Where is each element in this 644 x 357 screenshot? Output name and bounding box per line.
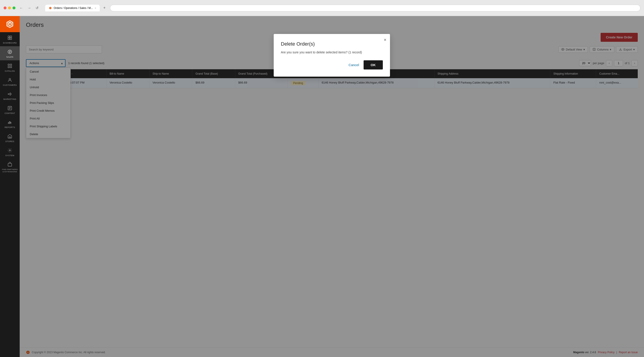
sidebar-item-find-partners[interactable]: FIND PARTNERS & EXTENSIONS (0, 159, 20, 175)
svg-rect-8 (10, 66, 12, 68)
svg-rect-1 (10, 36, 12, 37)
sidebar-logo (0, 16, 20, 32)
sidebar-item-system[interactable]: SYSTEM (0, 145, 20, 159)
customers-icon (8, 77, 12, 83)
svg-point-12 (9, 150, 10, 151)
svg-rect-3 (10, 38, 12, 39)
reports-icon (8, 120, 12, 125)
svg-rect-2 (8, 38, 10, 39)
sidebar-item-label-system: SYSTEM (5, 154, 14, 157)
modal-cancel-button[interactable]: Cancel (348, 63, 359, 67)
marketing-icon (8, 92, 12, 97)
minimize-traffic-light[interactable] (8, 6, 11, 9)
sidebar-item-content[interactable]: CONTENT (0, 102, 20, 117)
sidebar-item-stores[interactable]: STORES (0, 131, 20, 145)
find-partners-icon (8, 162, 12, 168)
modal-overlay: × Delete Order(s) Are you sure you want … (20, 16, 644, 357)
sidebar-item-label-marketing: MARKETING (3, 98, 16, 100)
nav-back-button[interactable]: ← (18, 5, 24, 11)
modal-title: Delete Order(s) (281, 41, 383, 47)
sidebar: DASHBOARD SALES CATALOG (0, 16, 20, 357)
dashboard-icon (8, 35, 12, 41)
svg-point-9 (9, 78, 10, 80)
svg-rect-7 (8, 66, 10, 68)
sidebar-item-label-stores: STORES (5, 140, 14, 143)
sidebar-item-marketing[interactable]: MARKETING (0, 88, 20, 102)
modal-message: Are you sure you want to delete selected… (281, 50, 383, 54)
sidebar-item-catalog[interactable]: CATALOG (0, 60, 20, 74)
close-traffic-light[interactable] (4, 6, 6, 9)
sidebar-item-label-content: CONTENT (5, 112, 15, 114)
traffic-lights (4, 6, 16, 9)
delete-order-modal: × Delete Order(s) Are you sure you want … (274, 34, 390, 77)
svg-rect-11 (9, 137, 10, 138)
tab-close-button[interactable]: × (94, 7, 96, 9)
stores-icon (8, 134, 12, 139)
address-bar[interactable] (110, 5, 640, 11)
modal-ok-button[interactable]: OK (364, 60, 383, 69)
modal-close-button[interactable]: × (384, 37, 386, 42)
magento-tab-icon (49, 6, 52, 9)
nav-forward-button[interactable]: → (26, 5, 32, 11)
sidebar-item-label-customers: CUSTOMERS (3, 84, 17, 86)
svg-rect-0 (8, 36, 10, 37)
tab-bar: Orders / Operations / Sales / M... × + (45, 5, 107, 11)
sidebar-item-sales[interactable]: SALES (0, 46, 20, 60)
sidebar-item-label-find-partners: FIND PARTNERS & EXTENSIONS (2, 168, 18, 173)
fullscreen-traffic-light[interactable] (12, 6, 16, 9)
sidebar-item-label-catalog: CATALOG (5, 70, 15, 72)
svg-rect-13 (8, 163, 12, 166)
magento-logo-icon (5, 20, 14, 28)
system-icon (8, 148, 12, 153)
sidebar-item-reports[interactable]: REPORTS (0, 117, 20, 131)
modal-actions: Cancel OK (281, 60, 383, 69)
svg-rect-6 (10, 64, 12, 65)
catalog-icon (8, 63, 12, 69)
sales-icon (8, 49, 12, 55)
new-tab-button[interactable]: + (102, 5, 108, 11)
browser-chrome: ← → ↺ Orders / Operations / Sales / M...… (0, 0, 644, 16)
active-tab[interactable]: Orders / Operations / Sales / M... × (45, 5, 100, 11)
nav-controls: ← → ↺ (18, 5, 40, 11)
sidebar-item-label-sales: SALES (6, 56, 14, 58)
sidebar-item-label-reports: REPORTS (5, 126, 15, 128)
svg-rect-5 (8, 64, 10, 65)
content-icon (8, 106, 12, 111)
sidebar-item-customers[interactable]: CUSTOMERS (0, 74, 20, 88)
tab-title: Orders / Operations / Sales / M... (54, 6, 93, 9)
nav-refresh-button[interactable]: ↺ (34, 5, 40, 11)
sidebar-item-dashboard[interactable]: DASHBOARD (0, 32, 20, 46)
sidebar-item-label-dashboard: DASHBOARD (3, 42, 17, 44)
